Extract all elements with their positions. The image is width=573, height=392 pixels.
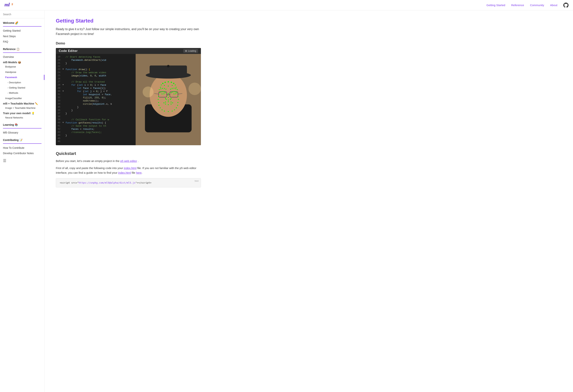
sidebar-item-imageclassifier[interactable]: ImageClassifier [0,96,44,101]
svg-point-44 [168,93,169,94]
svg-point-61 [171,103,172,104]
code-line-33: 33 noStroke(); [56,99,136,102]
p5-web-editor-link[interactable]: p5 web editor [120,159,137,163]
sidebar-item-how-to-contribute[interactable]: How To Contribute [0,145,44,151]
svg-point-67 [162,109,162,110]
svg-point-66 [160,107,161,108]
svg-point-65 [159,105,160,106]
svg-point-55 [178,99,179,100]
sidebar-item-getting-started[interactable]: Getting Started [0,28,44,34]
search-input[interactable] [3,13,41,16]
hamburger-icon[interactable]: ☰ [3,158,6,163]
section-title-welcome: Welcome 🌈 [3,21,41,24]
top-navigation: ml 5 Getting Started Reference Community… [0,0,573,10]
code-line-31: 31 let keypoint = face. [56,93,136,96]
svg-point-50 [165,98,166,99]
svg-point-20 [159,89,160,90]
sidebar-item-faq[interactable]: FAQ [0,39,44,45]
svg-point-32 [162,91,163,92]
sidebar-item-contributor-notes[interactable]: Develop Contributor Notes [0,151,44,156]
sidebar-item-handpose[interactable]: Handpose [0,69,44,75]
page-title: Getting Started [56,18,201,24]
sidebar-item-image-teachable-machine[interactable]: Image + Teachable Machine [0,105,44,111]
code-line-46: 46 [56,140,136,143]
sidebar-item-overview[interactable]: Overview [0,54,44,60]
svg-point-36 [162,94,162,94]
code-line-34: 34 circle(keypoint.x, k [56,102,136,106]
svg-point-56 [163,102,164,103]
svg-point-73 [177,105,178,106]
github-icon[interactable] [563,3,569,8]
svg-point-79 [172,85,173,86]
svg-point-49 [170,99,171,100]
svg-point-72 [176,107,177,108]
code-line-24: 24 // Draw the webcam video [56,71,136,74]
code-line-28: 28▼ for (let i = 0; i < face [56,84,136,87]
svg-point-41 [176,92,177,93]
nav-reference[interactable]: Reference [511,3,524,7]
sidebar-item-next-steps[interactable]: Next Steps [0,34,44,39]
svg-point-38 [172,91,173,92]
camera-panel [136,48,201,145]
svg-point-31 [161,91,161,92]
nav-about[interactable]: About [550,3,557,7]
code-line-19: 19 // Start detecting faces [56,55,136,59]
code-line-36: 36 } [56,109,136,112]
sidebar-item-ml5-glossary[interactable]: Ml5 Glossary [0,130,44,136]
svg-point-52 [158,96,159,97]
svg-point-22 [162,88,163,89]
sidebar-item-neural-networks[interactable]: Neural Networks [0,115,44,120]
code-line-45: 45 [56,137,136,140]
code-block-content: <script src="https://unpkg.com/ml5@alpha… [60,181,151,184]
group-title-train-model: Train your own model! 💡 [0,111,44,115]
svg-point-18 [161,85,162,85]
sidebar-section-welcome: Welcome 🌈 [0,18,44,26]
section-title-contributing: Contributing 📝 [3,138,41,141]
svg-point-63 [165,103,166,104]
svg-point-53 [178,96,179,97]
svg-point-68 [164,111,165,112]
code-editor-title: Code Editor [59,49,78,53]
code-panel: 19 // Start detecting faces 20 facemesh.… [56,48,136,145]
code-block: html <script src="https://unpkg.com/ml5@… [56,178,201,187]
face-overlay [136,48,201,145]
nav-getting-started[interactable]: Getting Started [486,3,505,7]
sidebar-section-reference: Reference 📋 [0,45,44,52]
search-container [0,10,44,18]
code-line-41: 41 // Save the output to th [56,124,136,128]
svg-point-78 [164,85,165,86]
svg-point-19 [175,85,176,85]
svg-point-74 [178,102,179,103]
main-content: Getting Started Ready to give it a try? … [45,10,212,392]
code-line-39: 39 // Callback function for w [56,118,136,121]
svg-point-21 [160,88,161,89]
sidebar-item-getting-started-sub[interactable]: - Getting Started [0,85,44,90]
nav-community[interactable]: Community [530,3,544,7]
svg-point-15 [168,81,169,83]
logo[interactable]: ml 5 [4,1,16,9]
svg-point-54 [158,99,159,100]
code-line-44: 44 } [56,134,136,137]
here-link[interactable]: here [136,171,142,174]
svg-point-80 [143,86,154,97]
svg-point-70 [172,111,173,112]
svg-point-34 [165,92,166,93]
sidebar-item-facemesh[interactable]: Facemesh [0,75,44,80]
sidebar-item-description[interactable]: - Description [0,80,44,85]
ml5-script-link[interactable]: https://unpkg.com/ml5@alpha/dist/ml5.js [79,181,135,184]
logo-text: ml 5 [4,1,16,9]
quickstart-title: Quickstart [56,151,201,156]
svg-point-81 [188,83,201,95]
sidebar-item-bodypose[interactable]: Bodypose [0,64,44,69]
svg-point-25 [170,89,171,90]
svg-point-47 [166,99,166,100]
svg-point-14 [164,82,166,83]
index-html-link-1[interactable]: index.html [124,166,136,170]
svg-point-58 [168,101,169,102]
index-html-link-2[interactable]: index.html [118,171,131,174]
code-line-32: 32 fill(0, 255, 0); [56,96,136,99]
svg-point-42 [175,93,176,94]
loading-dot-icon [185,50,187,52]
code-line-35: 35 } [56,106,136,109]
sidebar-item-methods[interactable]: - Methods [0,90,44,96]
